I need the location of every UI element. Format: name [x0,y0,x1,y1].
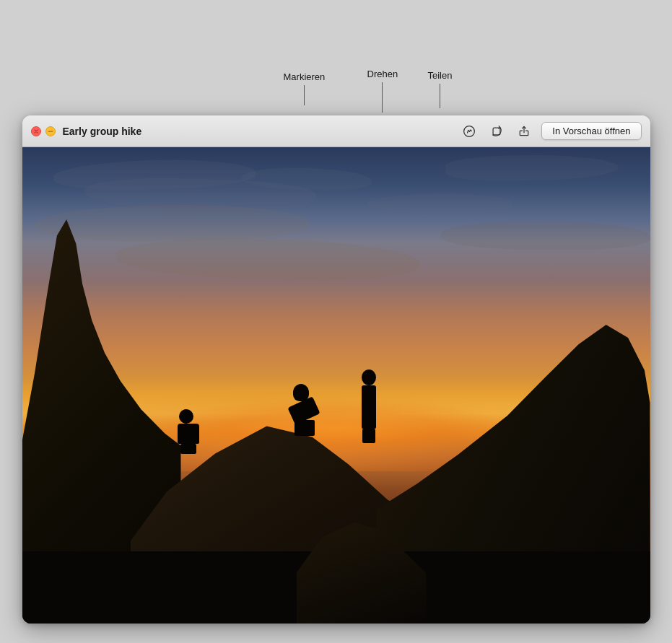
tooltip-markieren-line [304,85,305,105]
tooltip-teilen: Teilen [428,70,453,108]
terrain [22,362,650,624]
tooltip-area: Markieren Drehen Teilen [22,58,650,115]
preview-window: Early group hike [22,115,650,624]
traffic-lights [31,126,56,136]
open-preview-button[interactable]: In Vorschau öffnen [541,122,641,140]
teilen-button[interactable] [514,121,534,141]
minimize-button[interactable] [45,126,56,136]
cloud-7 [441,221,650,250]
cloud-3 [445,154,619,182]
cloud-8 [116,236,420,281]
tooltip-markieren: Markieren [284,71,326,105]
tooltip-drehen-label: Drehen [367,69,398,79]
close-button[interactable] [31,126,41,136]
markieren-button[interactable] [459,121,479,141]
drehen-button[interactable] [486,121,507,141]
figure-sitting [178,409,199,454]
cloud-5 [367,194,512,214]
tooltip-drehen: Drehen [367,69,398,113]
image-display [22,147,650,624]
titlebar: Early group hike [22,115,650,147]
tooltip-teilen-line [440,84,440,108]
titlebar-actions: In Vorschau öffnen [459,121,641,141]
tooltip-teilen-label: Teilen [428,70,453,81]
window-title: Early group hike [63,126,142,137]
tooltip-drehen-line [382,82,383,113]
figure-standing [360,369,376,443]
svg-rect-1 [493,128,500,135]
tooltip-markieren-label: Markieren [284,71,326,82]
figure-bending [293,384,318,436]
